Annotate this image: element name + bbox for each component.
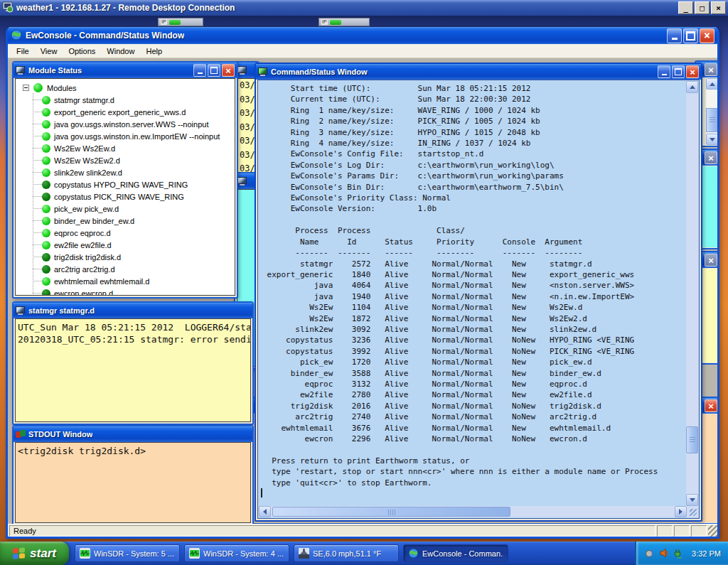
speaker-icon[interactable] xyxy=(659,548,670,559)
module-tree-item-label: slink2ew slink2ew.d xyxy=(54,168,122,177)
menu-file[interactable]: File xyxy=(11,45,35,57)
edge-window-close-button[interactable] xyxy=(705,399,717,412)
module-status-dot xyxy=(42,108,50,117)
module-status-minimize-button[interactable] xyxy=(193,64,206,77)
ewconsole-close-button[interactable] xyxy=(700,28,714,43)
module-tree-item[interactable]: Ws2Ew Ws2Ew2.d xyxy=(23,154,235,166)
taskbar-task[interactable]: EwConsole - Comman... xyxy=(403,544,508,562)
module-status-dot xyxy=(42,168,50,177)
module-status-dot xyxy=(42,120,50,129)
statusbar-pane xyxy=(691,525,707,537)
module-tree-item-label: arc2trig arc2trig.d xyxy=(54,265,115,274)
start-button[interactable]: start xyxy=(0,542,69,565)
statusbar-pane xyxy=(674,525,690,537)
console-horizontal-scrollbar[interactable] xyxy=(259,506,687,517)
scroll-up-button[interactable] xyxy=(686,81,698,93)
text-cursor xyxy=(261,488,262,497)
module-tree-item[interactable]: Ws2Ew Ws2Ew.d xyxy=(23,142,235,154)
ewconsole-titlebar[interactable]: EwConsole - Command/Status Window xyxy=(8,27,717,44)
module-tree-item-label: copystatus PICK_RING WAVE_RING xyxy=(54,193,184,201)
horizontal-scroll-thumb[interactable] xyxy=(272,507,510,517)
module-tree-item-label: binder_ew binder_ew.d xyxy=(54,217,134,225)
module-tree-item-label: ewhtmlemail ewhtmlemail.d xyxy=(54,277,150,286)
window-monitor-icon xyxy=(237,177,247,186)
edge-window-close-button[interactable] xyxy=(705,254,717,267)
console-output-text: Start time (UTC): Sun Mar 18 05:21:15 20… xyxy=(262,83,685,505)
module-tree-item[interactable]: pick_ew pick_ew.d xyxy=(23,203,235,215)
taskbar-task[interactable]: SE,6.0 mph,51.1 °F xyxy=(294,544,399,562)
module-tree-item[interactable]: slink2ew slink2ew.d xyxy=(23,166,235,178)
module-status-dot xyxy=(42,205,50,213)
ewconsole-maximize-button[interactable] xyxy=(683,28,698,43)
module-tree-item-label: Ws2Ew Ws2Ew2.d xyxy=(54,156,120,165)
tree-connector xyxy=(33,160,42,161)
command-status-close-button[interactable] xyxy=(686,65,699,78)
ewconsole-globe-icon xyxy=(11,29,22,42)
module-tree-item[interactable]: ewhtmlemail ewhtmlemail.d xyxy=(23,275,235,287)
module-status-dot xyxy=(42,217,50,225)
taskbar-task[interactable]: WinSDR - System: 4 ... xyxy=(184,544,289,562)
module-status-maximize-button[interactable] xyxy=(208,64,220,77)
stdout-titlebar[interactable]: STDOUT Window xyxy=(14,426,252,442)
statmgr-titlebar[interactable]: statmgr statmgr.d xyxy=(14,303,252,318)
winsdr-waveform-icon xyxy=(189,548,200,559)
module-tree-item[interactable]: ewcron ewcron.d xyxy=(23,287,235,296)
module-tree-item[interactable]: java gov.usgs.winston.server.WWS --noinp… xyxy=(23,118,235,130)
module-tree-item-label: eqproc eqproc.d xyxy=(54,229,111,237)
scroll-left-button[interactable] xyxy=(259,506,271,517)
volume-icon[interactable] xyxy=(645,548,655,559)
module-status-dot xyxy=(42,277,50,286)
module-status-titlebar[interactable]: Module Status xyxy=(14,63,237,78)
module-status-dot xyxy=(42,253,50,262)
ewconsole-minimize-button[interactable] xyxy=(667,28,682,43)
menu-help[interactable]: Help xyxy=(140,45,168,57)
module-tree-item[interactable]: ew2file ew2file.d xyxy=(23,239,235,251)
module-tree-item[interactable]: java gov.usgs.winston.in.ew.ImportEW --n… xyxy=(23,130,235,142)
module-tree-item[interactable]: trig2disk trig2disk.d xyxy=(23,251,235,263)
tree-collapse-icon[interactable] xyxy=(23,85,29,91)
module-tree-item-label: java gov.usgs.winston.server.WWS --noinp… xyxy=(54,120,208,129)
scroll-right-button[interactable] xyxy=(675,506,687,517)
tree-connector xyxy=(33,244,42,245)
module-tree-item[interactable]: copystatus HYPO_RING WAVE_RING xyxy=(23,178,235,190)
edge-window-close-button[interactable] xyxy=(705,63,717,76)
power-plug-icon[interactable] xyxy=(673,548,684,559)
module-tree-item-label: copystatus HYPO_RING WAVE_RING xyxy=(54,181,188,189)
edge-scrollbar-thumb[interactable] xyxy=(706,108,717,132)
menu-window[interactable]: Window xyxy=(101,45,140,57)
module-tree-item[interactable]: copystatus PICK_RING WAVE_RING xyxy=(23,190,235,203)
statusbar-resize-grip[interactable] xyxy=(708,525,717,537)
console-vertical-scrollbar[interactable] xyxy=(686,81,698,506)
module-tree-item[interactable]: eqproc eqproc.d xyxy=(23,227,235,239)
background-window-fragment: IP xyxy=(318,18,370,26)
rdp-maximize-button[interactable]: □ xyxy=(695,1,710,14)
command-console[interactable]: Start time (UTC): Sun Mar 18 05:21:15 20… xyxy=(257,80,700,519)
menu-options[interactable]: Options xyxy=(63,45,101,57)
taskbar-task-label: WinSDR - System: 5 ... xyxy=(94,549,174,558)
ewconsole-window: EwConsole - Command/Status Window FileVi… xyxy=(6,27,719,539)
module-tree-item[interactable]: arc2trig arc2trig.d xyxy=(23,263,235,275)
tree-connector xyxy=(33,172,42,173)
edge-window-close-button[interactable] xyxy=(705,151,717,164)
module-tree-item[interactable]: statmgr statmgr.d xyxy=(23,94,235,106)
command-status-maximize-button[interactable] xyxy=(672,65,685,78)
tree-connector xyxy=(33,208,42,209)
module-tree-item[interactable]: binder_ew binder_ew.d xyxy=(23,215,235,227)
rdp-minimize-button[interactable]: _ xyxy=(678,1,693,14)
window-resize-grip[interactable] xyxy=(687,506,698,517)
module-tree-item[interactable]: export_generic export_generic_wws.d xyxy=(23,106,235,118)
taskbar-task[interactable]: WinSDR - System: 5 ... xyxy=(75,544,180,562)
tree-connector xyxy=(33,136,42,136)
edge-scrollbar[interactable] xyxy=(706,78,717,145)
command-status-title: Command/Status Window xyxy=(271,68,368,76)
rdp-close-button[interactable]: × xyxy=(711,1,726,14)
module-tree-root[interactable]: Modules xyxy=(23,82,235,94)
menu-view[interactable]: View xyxy=(35,45,63,57)
rdp-titlebar[interactable]: weather1 - 192.168.1.27 - Remote Desktop… xyxy=(0,0,728,16)
command-status-minimize-button[interactable] xyxy=(658,65,670,78)
vertical-scroll-thumb[interactable] xyxy=(686,426,698,453)
scroll-down-button[interactable] xyxy=(686,494,698,506)
command-status-titlebar[interactable]: Command/Status Window xyxy=(256,64,701,80)
module-status-close-button[interactable] xyxy=(222,64,235,77)
tree-connector xyxy=(33,220,42,221)
